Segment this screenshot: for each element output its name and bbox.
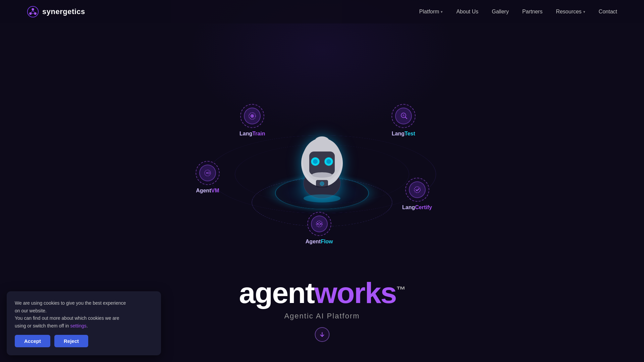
- nav-partners[interactable]: Partners: [522, 9, 542, 15]
- agentworks-title: agentworks™: [239, 278, 405, 308]
- satellite-langcertify[interactable]: LangCertify: [402, 178, 432, 210]
- svg-point-20: [304, 194, 340, 202]
- title-colored: works: [314, 276, 396, 309]
- cookie-accept-button[interactable]: Accept: [15, 335, 50, 347]
- svg-point-19: [312, 172, 332, 178]
- logo-icon: [27, 6, 39, 18]
- langtest-label: LangTest: [392, 131, 415, 137]
- svg-point-18: [315, 136, 329, 146]
- langcertify-icon: [405, 178, 429, 202]
- svg-point-30: [208, 172, 210, 174]
- satellite-langtest[interactable]: LangTest: [391, 104, 416, 137]
- cookie-reject-button[interactable]: Reject: [54, 335, 88, 347]
- langtest-icon: [391, 104, 416, 128]
- robot: [288, 123, 356, 212]
- agentflow-icon: [307, 212, 331, 236]
- arrow-down-icon: [319, 331, 325, 338]
- agentvm-icon: [196, 161, 220, 185]
- cookie-buttons: Accept Reject: [15, 335, 153, 347]
- nav-gallery[interactable]: Gallery: [492, 9, 509, 15]
- robot-illustration: [288, 123, 356, 210]
- satellite-agentvm[interactable]: AgentVM: [196, 161, 220, 194]
- nav-links: Platform ▾ About Us Gallery Partners Res…: [419, 9, 617, 15]
- chevron-down-icon-2: ▾: [583, 10, 585, 14]
- satellite-agentflow[interactable]: AgentFlow: [306, 212, 333, 245]
- chevron-down-icon: ▾: [441, 10, 443, 14]
- logo[interactable]: synergetics: [27, 6, 85, 18]
- nav-platform[interactable]: Platform ▾: [419, 9, 443, 15]
- agentflow-label: AgentFlow: [306, 239, 333, 245]
- svg-point-34: [320, 223, 322, 225]
- svg-rect-25: [251, 115, 253, 117]
- svg-point-0: [28, 6, 38, 17]
- cookie-text: We are using cookies to give you the bes…: [15, 299, 153, 329]
- svg-point-14: [313, 159, 318, 164]
- cookie-text-line3: You can find out more about which cookie…: [15, 315, 119, 321]
- agentvm-label: AgentVM: [196, 188, 219, 194]
- satellite-langtrain[interactable]: LangTrain: [239, 104, 265, 137]
- cookie-text-line1: We are using cookies to give you the bes…: [15, 300, 126, 306]
- svg-line-27: [405, 117, 407, 119]
- scroll-down-button[interactable]: [315, 327, 329, 342]
- title-plain: agent: [239, 276, 314, 309]
- svg-point-1: [32, 8, 34, 10]
- cookie-text-line2: on our website.: [15, 308, 47, 313]
- svg-point-31: [414, 187, 420, 193]
- nav-about[interactable]: About Us: [456, 9, 478, 15]
- langtrain-label: LangTrain: [239, 131, 265, 137]
- cookie-settings-link[interactable]: settings: [70, 323, 87, 328]
- hero-bottom: agentworks™ Agentic AI Platform: [239, 278, 405, 342]
- logo-text: synergetics: [42, 7, 85, 16]
- cookie-banner: We are using cookies to give you the bes…: [7, 291, 161, 355]
- nav-contact[interactable]: Contact: [599, 9, 617, 15]
- navbar: synergetics Platform ▾ About Us Gallery …: [0, 0, 644, 23]
- agentworks-subtitle: Agentic AI Platform: [239, 312, 405, 320]
- svg-line-5: [33, 10, 35, 12]
- svg-line-4: [31, 10, 33, 12]
- svg-point-22: [320, 182, 324, 186]
- svg-point-33: [317, 223, 318, 225]
- orbit-scene: LangTrain LangTest: [184, 90, 460, 258]
- nav-resources[interactable]: Resources ▾: [556, 9, 585, 15]
- svg-point-15: [326, 159, 331, 164]
- langtrain-icon: [240, 104, 264, 128]
- langcertify-label: LangCertify: [402, 204, 432, 210]
- svg-point-28: [402, 114, 405, 116]
- title-tm: ™: [396, 285, 405, 295]
- cookie-text-line4: using or switch them off in: [15, 323, 69, 328]
